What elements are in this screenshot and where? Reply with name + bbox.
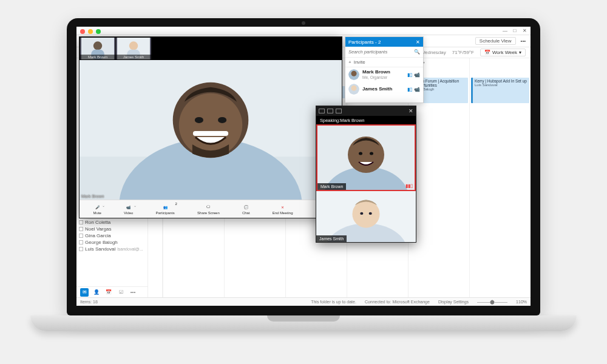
close-icon[interactable]: ✕ — [409, 108, 413, 114]
mute-button[interactable]: 🎤Mute⌄ — [93, 203, 101, 215]
participant-row[interactable]: James Smith▮▯📹 — [345, 82, 423, 96]
ribbon-overflow-icon[interactable]: ••• — [521, 38, 526, 44]
mini-tile-1[interactable]: Mark Brown ▮▮▯ — [316, 124, 416, 191]
contact-row[interactable]: Gina Garcia — [76, 232, 148, 239]
chevron-down-icon[interactable]: ⌄ — [134, 203, 137, 207]
svg-point-17 — [351, 86, 357, 91]
laptop-frame: — □ ✕ Schedule View ••• Wednesday 71°F/5… — [67, 18, 540, 346]
screen: — □ ✕ Schedule View ••• Wednesday 71°F/5… — [76, 27, 531, 306]
svg-point-15 — [351, 71, 357, 76]
contact-name: Ron Coletta — [85, 220, 110, 225]
schedule-view-button[interactable]: Schedule View — [475, 37, 516, 45]
contact-name: Luis Sandoval — [85, 246, 115, 252]
checkbox[interactable] — [79, 240, 83, 244]
calendar-event[interactable]: Kerry | Hubspot Add In Set upLuis Sandov… — [471, 78, 529, 103]
outlook-statusbar: Items: 18 This folder is up to date. Con… — [76, 297, 531, 306]
zoom-slider[interactable]: ———⬤——— — [477, 300, 507, 305]
calendar-view-picker[interactable]: 📅 Work Week ▾ — [480, 49, 526, 56]
audio-level-icon: ▮▯ — [407, 72, 412, 78]
checkbox[interactable] — [79, 247, 83, 251]
status-display-settings[interactable]: Display Settings — [438, 300, 469, 304]
nav-people-icon[interactable]: 👤 — [92, 288, 101, 297]
contact-row[interactable]: Ron Coletta — [76, 219, 148, 226]
nav-mail-icon[interactable]: ✉ — [80, 288, 89, 297]
main-speaker-name: Mark Brown — [81, 194, 104, 198]
nav-more-icon[interactable]: ••• — [129, 288, 137, 297]
participants-search[interactable]: 🔍 — [345, 47, 423, 58]
camera-icon: 📹 — [414, 72, 420, 78]
contact-row[interactable]: George Balogh — [76, 239, 148, 246]
participants-button[interactable]: 👥Participants2 — [156, 203, 175, 215]
participants-panel: Participants - 2 ✕ 🔍 + Invite Mark Brown… — [345, 36, 424, 103]
screen-share-icon: 🖵 — [206, 203, 210, 211]
layout-grid-icon[interactable] — [319, 109, 325, 113]
weather-temp: 71°F/59°F — [452, 50, 474, 55]
screen-bezel: — □ ✕ Schedule View ••• Wednesday 71°F/5… — [67, 18, 540, 315]
search-icon: 🔍 — [414, 49, 420, 55]
checkbox[interactable] — [79, 234, 83, 238]
contact-row[interactable]: Luis Sandovallsandoval@... — [76, 246, 148, 252]
nav-calendar-icon[interactable]: 📅 — [104, 288, 113, 297]
svg-point-20 — [348, 136, 384, 173]
chat-button[interactable]: 💬Chat — [242, 203, 250, 215]
nav-tasks-icon[interactable]: ☑ — [117, 288, 125, 297]
chevron-down-icon[interactable]: ⌄ — [102, 203, 105, 207]
svg-point-10 — [179, 93, 242, 157]
checkbox[interactable] — [79, 227, 83, 231]
contact-row[interactable]: Noel Vargas — [76, 226, 148, 232]
audio-level-icon: ▮▮▯ — [405, 183, 413, 189]
mini-tile-2[interactable]: James Smith — [316, 191, 416, 242]
avatar — [348, 69, 359, 80]
checkbox[interactable] — [79, 220, 83, 224]
plus-icon: + — [348, 59, 351, 65]
status-folder: This folder is up to date. — [311, 300, 356, 304]
mini-portrait-1 — [317, 126, 415, 190]
svg-point-22 — [370, 152, 373, 155]
svg-point-26 — [360, 212, 363, 215]
svg-point-1 — [93, 41, 102, 50]
close-dot[interactable] — [80, 29, 85, 34]
layout-speaker-icon[interactable] — [327, 109, 333, 113]
video-button[interactable]: 📹Video⌄ — [124, 203, 133, 215]
audio-level-icon: ▮▯ — [407, 87, 412, 92]
layout-strip-icon[interactable] — [336, 109, 342, 113]
mini-video-window: ✕ Speaking: Mark Brown Mark Brown ▮▮▯ — [316, 106, 416, 243]
people-icon: 👥 — [163, 203, 168, 211]
thumbnail-1[interactable]: Mark Brown — [80, 38, 115, 59]
participant-row[interactable]: Mark BrownMe, Organizer▮▯📹 — [345, 67, 423, 82]
mini-titlebar: ✕ — [316, 106, 416, 116]
fullscreen-dot[interactable] — [96, 29, 101, 34]
meeting-control-bar: 🎤Mute⌄ 📹Video⌄ 👥Participants2 🖵Share Scr… — [80, 200, 342, 218]
svg-point-4 — [129, 41, 138, 50]
share-screen-button[interactable]: 🖵Share Screen — [197, 203, 220, 215]
window-maximize-icon[interactable]: □ — [512, 29, 517, 33]
event-organizer: Luis Sandoval — [475, 83, 527, 87]
speaker-portrait — [80, 60, 342, 200]
main-video-feed[interactable] — [80, 60, 342, 200]
end-meeting-button[interactable]: ✕End Meeting — [273, 203, 293, 215]
participant-rows: Mark BrownMe, Organizer▮▯📹James Smith▮▯📹 — [345, 67, 423, 96]
minimize-dot[interactable] — [88, 29, 93, 34]
svg-point-25 — [352, 200, 379, 228]
chevron-down-icon: ▾ — [519, 50, 521, 55]
video-thumbnails: Mark Brown James Smith — [80, 37, 342, 60]
close-icon[interactable]: ✕ — [416, 39, 420, 45]
participant-name: Mark Brown — [362, 70, 404, 75]
svg-point-11 — [195, 117, 203, 123]
window-close-icon[interactable]: ✕ — [522, 29, 527, 33]
window-minimize-icon[interactable]: — — [503, 29, 507, 33]
thumbnail-2[interactable]: James Smith — [116, 38, 151, 59]
status-items: Items: 18 — [80, 300, 98, 304]
laptop-base — [30, 315, 577, 331]
thumb-2-label: James Smith — [116, 55, 151, 59]
participants-count-badge: 2 — [175, 202, 177, 206]
invite-button[interactable]: + Invite — [345, 58, 423, 67]
svg-rect-13 — [193, 131, 228, 136]
participants-header: Participants - 2 ✕ — [345, 37, 423, 47]
search-input[interactable] — [348, 49, 412, 55]
outlook-titlebar: — □ ✕ — [76, 27, 531, 35]
status-zoom: 110% — [516, 300, 527, 304]
thumb-1-label: Mark Brown — [80, 55, 115, 59]
participant-role: Me, Organizer — [362, 75, 404, 79]
mini-tile-2-label: James Smith — [316, 235, 347, 242]
